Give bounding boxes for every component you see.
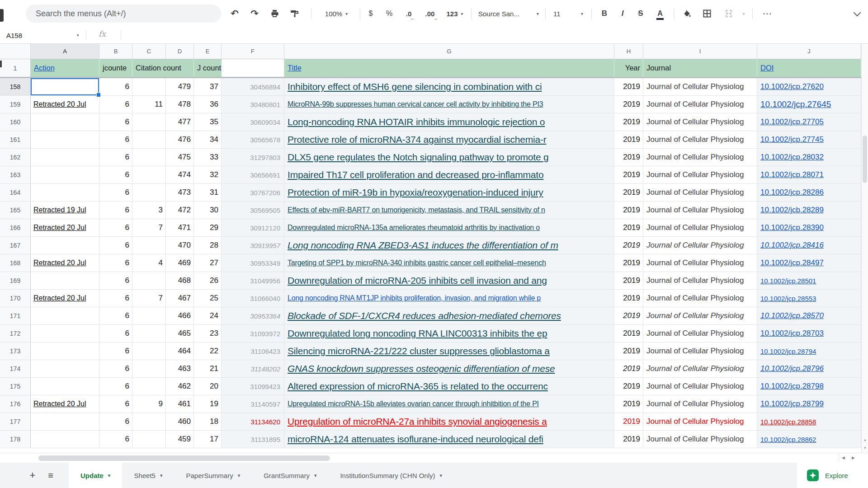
header-cell-f[interactable] [222, 59, 284, 77]
cell-c[interactable]: 4 [132, 254, 166, 272]
retracted-cell[interactable]: Retracted 19 Jul [31, 202, 99, 219]
cell-b[interactable]: 6 [99, 307, 132, 325]
horizontal-scrollbar-thumb[interactable] [38, 455, 330, 461]
cell-year[interactable]: 2019 [614, 184, 643, 202]
column-header-D[interactable]: D [166, 44, 194, 59]
cell-c[interactable]: 7 [132, 219, 166, 237]
cell-d[interactable]: 479 [166, 78, 194, 96]
explore-button[interactable]: Explore [797, 463, 868, 488]
row-header-177[interactable]: 177 [0, 413, 31, 431]
print-button[interactable] [266, 5, 283, 22]
cell-b[interactable]: 6 [99, 395, 132, 413]
cell-f-number[interactable]: 30609034 [222, 113, 284, 131]
cell-year[interactable]: 2019 [614, 202, 643, 219]
sheet-tab-update[interactable]: Update▾ [69, 463, 122, 488]
borders-button[interactable] [698, 5, 716, 22]
doi-link[interactable]: 10.1002/jcp.28071 [757, 166, 861, 184]
cell-year[interactable]: 2019 [614, 131, 643, 149]
scroll-down-icon[interactable]: ▼ [862, 446, 868, 450]
cell-b[interactable]: 6 [99, 360, 132, 378]
title-link[interactable]: Altered expression of microRNA-365 is re… [284, 378, 614, 395]
doi-header-link[interactable]: DOI [760, 64, 774, 72]
all-sheets-button[interactable]: ≡ [42, 463, 60, 488]
cell-action[interactable] [31, 78, 99, 96]
cell-d[interactable]: 475 [166, 149, 194, 166]
row-header-168[interactable]: 168 [0, 254, 31, 272]
doi-link[interactable]: 10.1002/jcp.27745 [757, 131, 861, 149]
cell-year[interactable]: 2019 [614, 378, 643, 395]
cell-e[interactable]: 24 [194, 307, 222, 325]
header-cell-action[interactable]: Action [31, 59, 99, 77]
cell-f-number[interactable]: 30953349 [222, 254, 284, 272]
cell-b[interactable]: 6 [99, 272, 132, 290]
doi-link[interactable]: 10.1002/jcp.28794 [757, 343, 861, 360]
doi-link[interactable]: 10.1002/jcp.28032 [757, 149, 861, 166]
row-header-159[interactable]: 159 [0, 96, 31, 113]
column-header-B[interactable]: B [99, 44, 132, 59]
cell-f-number[interactable]: 30565678 [222, 131, 284, 149]
cell-b[interactable]: 6 [99, 290, 132, 307]
scroll-right-icon[interactable]: ▶ [852, 455, 855, 460]
number-format-button[interactable]: 123 ▾ [441, 5, 468, 22]
doi-link[interactable]: 10.1002/jcp.27645 [757, 96, 861, 113]
retracted-cell[interactable]: Retracted 20 Jul [31, 96, 99, 113]
column-header-E[interactable]: E [194, 44, 222, 59]
retracted-cell[interactable]: Retracted 20 Jul [31, 290, 99, 307]
cell-action[interactable] [31, 360, 99, 378]
cell-journal[interactable]: Journal of Cellular Physiolog [643, 360, 757, 378]
sheet-tab-papersummary[interactable]: PaperSummary▾ [174, 463, 252, 488]
doi-link[interactable]: 10.1002/jcp.28799 [757, 395, 861, 413]
cell-f-number[interactable]: 30480801 [222, 96, 284, 113]
undo-button[interactable]: ↶ [226, 5, 243, 22]
row-header-160[interactable]: 160 [0, 113, 31, 131]
format-currency-button[interactable]: $ [363, 5, 379, 22]
collapse-toolbar-button[interactable] [848, 5, 866, 22]
header-cell-title[interactable]: Title [284, 59, 614, 77]
cell-c[interactable]: 3 [132, 202, 166, 219]
cell-journal[interactable]: Journal of Cellular Physiolog [643, 184, 757, 202]
cell-journal[interactable]: Journal of Cellular Physiolog [643, 413, 757, 431]
cell-year[interactable]: 2019 [614, 360, 643, 378]
row-header-167[interactable]: 167 [0, 237, 31, 254]
retracted-cell[interactable]: Retracted 20 Jul [31, 395, 99, 413]
cell-c[interactable] [132, 166, 166, 184]
cell-e[interactable]: 19 [194, 395, 222, 413]
header-cell-j-count[interactable]: J count [194, 59, 222, 77]
cell-e[interactable]: 31 [194, 184, 222, 202]
chevron-down-icon[interactable]: ▾ [77, 33, 79, 38]
cell-b[interactable]: 6 [99, 78, 132, 96]
scroll-left-icon[interactable]: ◀ [842, 455, 845, 460]
cell-c[interactable] [132, 78, 166, 96]
cell-d[interactable]: 476 [166, 131, 194, 149]
cell-c[interactable] [132, 184, 166, 202]
cell-year[interactable]: 2019 [614, 413, 643, 431]
cell-e[interactable]: 35 [194, 113, 222, 131]
cell-journal[interactable]: Journal of Cellular Physiolog [643, 272, 757, 290]
sheet-tab-grantsummary[interactable]: GrantSummary▾ [252, 463, 328, 488]
title-link[interactable]: Long noncoding RNA ZBED3-AS1 induces the… [284, 237, 614, 254]
doi-link[interactable]: 10.1002/jcp.28858 [757, 413, 861, 431]
cell-year[interactable]: 2019 [614, 78, 643, 96]
redo-button[interactable]: ↷ [246, 5, 263, 22]
cell-year[interactable]: 2019 [614, 290, 643, 307]
cell-action[interactable] [31, 343, 99, 360]
doi-link[interactable]: 10.1002/jcp.27620 [757, 78, 861, 96]
cell-f-number[interactable]: 30456894 [222, 78, 284, 96]
cell-f-number[interactable]: 31131895 [222, 431, 284, 448]
action-header-link[interactable]: Action [34, 64, 55, 72]
italic-button[interactable]: I [615, 5, 630, 22]
title-link[interactable]: Protection of miR-19b in hypoxia/reoxyge… [284, 184, 614, 202]
cell-d[interactable]: 474 [166, 166, 194, 184]
title-link[interactable]: Blockade of SDF-1/CXCR4 reduces adhesion… [284, 307, 614, 325]
cell-action[interactable] [31, 149, 99, 166]
cell-e[interactable]: 32 [194, 166, 222, 184]
cell-year[interactable]: 2019 [614, 343, 643, 360]
doi-link[interactable]: 10.1002/jcp.28798 [757, 378, 861, 395]
cell-journal[interactable]: Journal of Cellular Physiolog [643, 325, 757, 343]
cell-d[interactable]: 470 [166, 237, 194, 254]
row-header-1[interactable]: 1 [0, 59, 31, 77]
cell-b[interactable]: 6 [99, 166, 132, 184]
row-header-169[interactable]: 169 [0, 272, 31, 290]
cell-year[interactable]: 2019 [614, 113, 643, 131]
title-link[interactable]: microRNA-124 attenuates isoflurane-induc… [284, 431, 614, 448]
